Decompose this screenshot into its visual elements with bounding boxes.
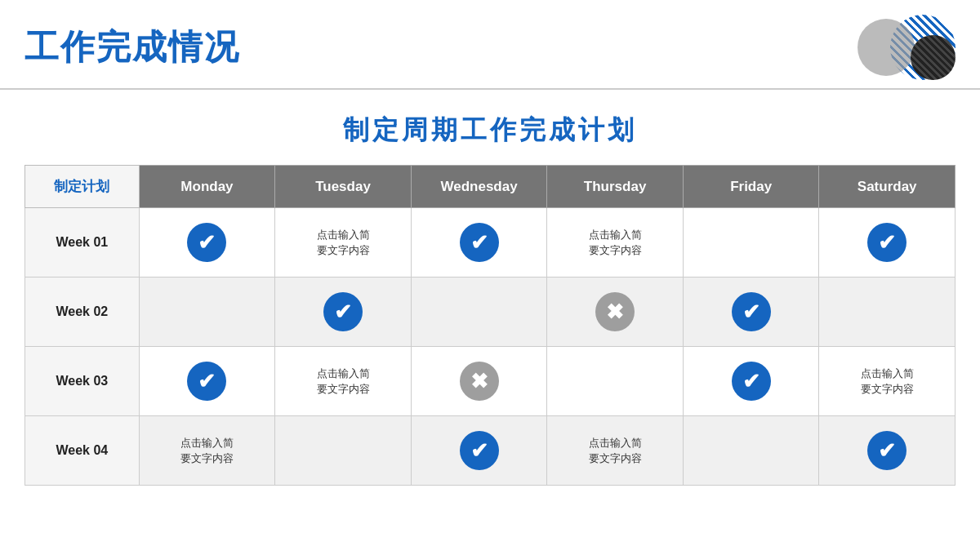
table-row: Week 04 点击输入简要文字内容 ✔ 点击输入简要文字内容 ✔ (25, 416, 956, 486)
cell-w04-thu[interactable]: 点击输入简要文字内容 (547, 416, 684, 486)
cell-w03-tue[interactable]: 点击输入简要文字内容 (275, 347, 412, 416)
cell-w03-thu[interactable] (547, 347, 684, 416)
check-icon: ✔ (323, 292, 363, 331)
check-icon: ✔ (867, 431, 906, 470)
cell-w03-sat[interactable]: 点击输入简要文字内容 (819, 347, 956, 416)
cell-text: 点击输入简要文字内容 (589, 229, 642, 257)
col-tuesday-header: Tuesday (275, 166, 412, 208)
page-title: 工作完成情况 (24, 24, 240, 70)
cell-w02-sat[interactable] (819, 278, 956, 347)
cell-w02-fri[interactable]: ✔ (683, 278, 819, 347)
check-icon: ✔ (460, 431, 499, 470)
cell-w04-sat[interactable]: ✔ (819, 416, 956, 486)
table-header-row: 制定计划 Monday Tuesday Wednesday Thursday F… (25, 166, 956, 208)
col-plan-header: 制定计划 (25, 166, 140, 208)
cell-w04-mon[interactable]: 点击输入简要文字内容 (139, 416, 275, 486)
cell-w01-wed[interactable]: ✔ (411, 208, 547, 278)
circle-gray-icon (858, 19, 915, 76)
col-monday-header: Monday (139, 166, 275, 208)
col-wednesday-header: Wednesday (411, 166, 547, 208)
cell-w01-fri[interactable] (683, 208, 819, 278)
cell-w02-wed[interactable] (411, 278, 547, 347)
cell-w01-thu[interactable]: 点击输入简要文字内容 (547, 208, 684, 278)
cell-w03-wed[interactable]: ✖ (411, 347, 547, 416)
subtitle-section: 制定周期工作完成计划 (0, 90, 980, 165)
table-row: Week 01 ✔ 点击输入简要文字内容 ✔ 点击输入简要文字内容 ✔ (25, 208, 956, 278)
check-icon: ✔ (732, 362, 771, 401)
cell-w02-thu[interactable]: ✖ (547, 278, 684, 347)
check-icon: ✔ (732, 292, 771, 331)
check-icon: ✔ (460, 223, 499, 262)
work-completion-table: 制定计划 Monday Tuesday Wednesday Thursday F… (24, 165, 956, 486)
subtitle: 制定周期工作完成计划 (0, 113, 980, 149)
header-decoration (858, 15, 956, 80)
cell-w04-fri[interactable] (683, 416, 819, 486)
cell-text: 点击输入简要文字内容 (589, 437, 642, 465)
cell-text: 点击输入简要文字内容 (861, 367, 914, 396)
cell-w04-tue[interactable] (275, 416, 412, 486)
week-label: Week 01 (25, 208, 140, 278)
table-row: Week 02 ✔ ✖ ✔ (25, 278, 956, 347)
check-icon: ✔ (187, 362, 226, 401)
week-label: Week 02 (25, 278, 140, 347)
cell-w01-sat[interactable]: ✔ (819, 208, 956, 278)
table-row: Week 03 ✔ 点击输入简要文字内容 ✖ ✔ 点击输入简要文字内容 (25, 347, 956, 416)
cell-text: 点击输入简要文字内容 (317, 229, 370, 257)
col-thursday-header: Thursday (547, 166, 684, 208)
cell-w04-wed[interactable]: ✔ (411, 416, 547, 486)
cell-w02-tue[interactable]: ✔ (275, 278, 412, 347)
table-wrapper: 制定计划 Monday Tuesday Wednesday Thursday F… (0, 165, 980, 486)
cell-w03-mon[interactable]: ✔ (139, 347, 275, 416)
check-icon: ✔ (187, 223, 226, 262)
cell-w02-mon[interactable] (139, 278, 275, 347)
cross-icon: ✖ (460, 362, 499, 401)
page-header: 工作完成情况 (0, 0, 980, 90)
cell-w03-fri[interactable]: ✔ (683, 347, 819, 416)
week-label: Week 03 (25, 347, 140, 416)
week-label: Week 04 (25, 416, 140, 486)
cell-text: 点击输入简要文字内容 (180, 437, 234, 465)
cross-icon: ✖ (595, 292, 635, 331)
cell-w01-mon[interactable]: ✔ (139, 208, 275, 278)
col-friday-header: Friday (683, 166, 819, 208)
cell-text: 点击输入简要文字内容 (317, 367, 370, 396)
cell-w01-tue[interactable]: 点击输入简要文字内容 (275, 208, 412, 278)
circle-dark-icon (911, 35, 956, 80)
col-saturday-header: Saturday (819, 166, 956, 208)
check-icon: ✔ (867, 223, 906, 262)
